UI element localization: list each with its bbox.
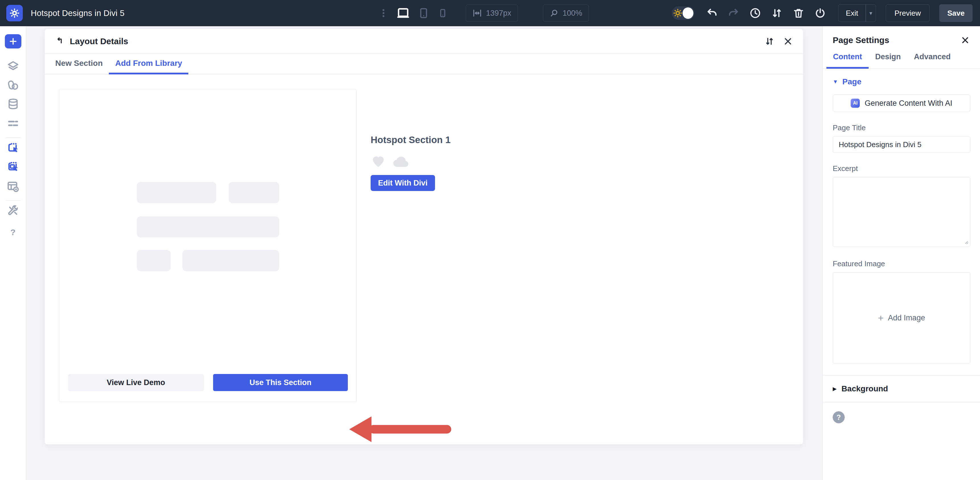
sun-gear-icon [673, 8, 682, 18]
zoom-level-input[interactable]: 100% [543, 5, 589, 22]
exit-button[interactable]: Exit ▾ [838, 4, 876, 22]
sort-icon[interactable] [764, 36, 775, 46]
settings-tab-bar: Content Design Advanced [823, 48, 980, 69]
skeleton-block [137, 250, 171, 271]
skeleton-block [137, 182, 216, 203]
insert-module-icon[interactable] [0, 160, 26, 173]
left-sidebar: ? [0, 26, 26, 480]
phone-view-icon[interactable] [437, 8, 448, 19]
generate-content-ai-button[interactable]: AI Generate Content With AI [833, 94, 970, 112]
page-title-input[interactable] [833, 136, 970, 153]
tools-icon[interactable] [0, 204, 26, 217]
sort-arrows-icon[interactable] [771, 7, 783, 19]
database-icon[interactable] [0, 97, 26, 111]
sidebar-divider [5, 137, 21, 138]
builder-mode-toggle[interactable] [672, 6, 695, 20]
insert-section-icon[interactable] [0, 141, 26, 154]
back-icon[interactable] [55, 37, 65, 46]
layers-icon[interactable] [0, 60, 26, 73]
help-icon[interactable]: ? [833, 411, 845, 423]
background-group-toggle[interactable]: ▶ Background [823, 376, 980, 402]
ai-button-label: Generate Content With AI [865, 99, 952, 108]
help-icon[interactable]: ? [0, 226, 26, 239]
skeleton-block [137, 216, 279, 238]
layout-name: Hotspot Section 1 [371, 134, 451, 145]
divi-builder-screen: Hotspot Designs in Divi 5 [0, 0, 980, 480]
desktop-view-icon[interactable] [396, 6, 410, 20]
canvas-width-value: 1397px [486, 9, 511, 18]
wireframe-view-icon[interactable] [0, 117, 26, 130]
resize-grip-icon[interactable] [964, 239, 969, 244]
caret-right-icon: ▶ [833, 386, 837, 392]
tab-content[interactable]: Content [826, 48, 869, 69]
gear-icon [10, 8, 20, 18]
modal-tab-bar: New Section Add From Library [45, 54, 803, 74]
panel-divider [823, 402, 980, 402]
modal-title: Layout Details [70, 37, 128, 46]
design-presets-icon[interactable] [0, 79, 26, 92]
add-image-label: Add Image [888, 314, 925, 322]
heart-icon[interactable] [371, 153, 386, 167]
page-group-label: Page [842, 77, 861, 86]
featured-image-dropzone[interactable]: + Add Image [833, 272, 970, 364]
layout-details-modal: Layout Details New Section Add From Libr… [45, 29, 803, 445]
caret-down-icon: ▼ [833, 79, 838, 85]
tab-new-section[interactable]: New Section [49, 54, 109, 74]
tab-advanced[interactable]: Advanced [907, 48, 957, 69]
redo-icon[interactable] [728, 7, 740, 19]
panel-title: Page Settings [833, 35, 889, 45]
page-title-label: Page Title [833, 123, 970, 132]
top-bar: Hotspot Designs in Divi 5 [0, 0, 980, 26]
toggle-knob [682, 7, 694, 19]
page-group-toggle[interactable]: ▼ Page [833, 77, 970, 86]
magnifier-icon [550, 8, 558, 18]
canvas-width-input[interactable]: 1397px [466, 5, 518, 22]
close-icon[interactable] [783, 37, 793, 46]
exit-label: Exit [838, 9, 865, 18]
ai-icon: AI [851, 99, 860, 108]
more-options-icon[interactable] [379, 8, 388, 18]
skeleton-block [229, 182, 279, 203]
page-settings-panel: Page Settings Content Design Advanced ▼ … [822, 26, 980, 480]
red-arrow-annotation [349, 416, 452, 443]
divi-settings-button[interactable] [6, 5, 23, 21]
excerpt-textarea[interactable] [833, 177, 970, 247]
edit-with-divi-button[interactable]: Edit With Divi [371, 175, 435, 191]
view-live-demo-button[interactable]: View Live Demo [68, 374, 204, 391]
use-this-section-button[interactable]: Use This Section [213, 374, 348, 391]
sidebar-divider [5, 200, 21, 201]
width-arrows-icon [473, 8, 482, 18]
tab-add-from-library[interactable]: Add From Library [109, 54, 188, 74]
trash-icon[interactable] [792, 7, 805, 19]
zoom-level-value: 100% [563, 9, 582, 18]
page-preview-icon[interactable] [0, 180, 26, 193]
close-icon[interactable] [961, 36, 970, 45]
excerpt-label: Excerpt [833, 164, 970, 173]
tab-design[interactable]: Design [869, 48, 907, 69]
history-icon[interactable] [749, 7, 761, 19]
preview-button[interactable]: Preview [886, 4, 929, 22]
layout-preview-card: View Live Demo Use This Section [59, 89, 356, 402]
add-element-button[interactable] [5, 34, 21, 48]
undo-icon[interactable] [706, 7, 718, 19]
background-group-label: Background [842, 384, 888, 393]
chevron-down-icon[interactable]: ▾ [866, 10, 876, 16]
save-button[interactable]: Save [939, 4, 973, 22]
skeleton-block [182, 250, 279, 271]
cloud-icon[interactable] [392, 154, 411, 167]
featured-image-label: Featured Image [833, 259, 970, 268]
tablet-view-icon[interactable] [417, 7, 430, 19]
page-title: Hotspot Designs in Divi 5 [31, 8, 124, 18]
power-icon[interactable] [814, 7, 826, 19]
plus-icon: + [878, 313, 884, 323]
